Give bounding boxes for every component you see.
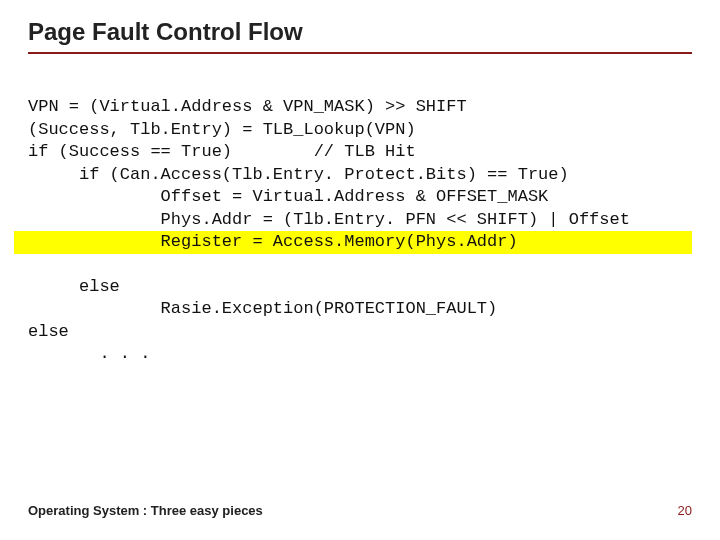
page-number: 20 [678, 503, 692, 518]
code-line: else [28, 322, 69, 341]
code-line: . . . [28, 344, 150, 363]
code-line: (Success, Tlb.Entry) = TLB_Lookup(VPN) [28, 120, 416, 139]
code-line: Offset = Virtual.Address & OFFSET_MASK [28, 187, 548, 206]
code-block: VPN = (Virtual.Address & VPN_MASK) >> SH… [28, 74, 692, 388]
code-line-highlight: Register = Access.Memory(Phys.Addr) [14, 231, 692, 253]
code-line: if (Success == True) // TLB Hit [28, 142, 416, 161]
code-line: VPN = (Virtual.Address & VPN_MASK) >> SH… [28, 97, 467, 116]
slide-title: Page Fault Control Flow [28, 18, 692, 46]
slide: Page Fault Control Flow VPN = (Virtual.A… [0, 0, 720, 540]
code-line: Rasie.Exception(PROTECTION_FAULT) [28, 299, 497, 318]
footer-text: Operating System : Three easy pieces [28, 503, 263, 518]
code-line: else [28, 277, 120, 296]
code-line: Phys.Addr = (Tlb.Entry. PFN << SHIFT) | … [28, 210, 630, 229]
code-line: if (Can.Access(Tlb.Entry. Protect.Bits) … [28, 165, 569, 184]
title-rule [28, 52, 692, 54]
